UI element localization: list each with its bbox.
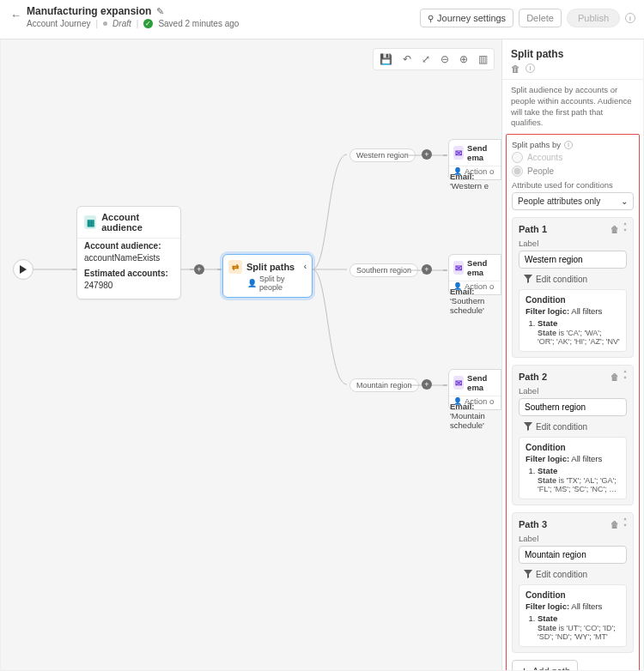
plus-icon: ＋	[519, 664, 529, 670]
fit-icon[interactable]: ⤢	[419, 51, 433, 67]
publish-button: Publish	[567, 9, 620, 27]
chevron-left-icon: ‹	[304, 262, 307, 271]
map-icon[interactable]: ▥	[476, 51, 490, 67]
info-icon[interactable]: i	[526, 63, 535, 73]
path-label-input[interactable]	[519, 251, 627, 269]
delete-path-icon[interactable]: 🗑	[608, 520, 622, 529]
journey-settings-button[interactable]: ⚲ Journey settings	[420, 9, 513, 27]
add-node-plus[interactable]: +	[422, 379, 432, 390]
email-icon: ✉	[453, 376, 464, 390]
split-icon: ⇄	[228, 260, 242, 274]
status-label: Draft	[112, 19, 131, 28]
status-dot	[103, 21, 107, 26]
delete-path-icon[interactable]: 🗑	[608, 372, 622, 382]
funnel-icon	[524, 422, 532, 432]
condition-summary: ConditionFilter logic: All filtersStateS…	[519, 437, 627, 499]
add-node-plus[interactable]: +	[194, 264, 204, 275]
panel-title: Split paths	[511, 48, 635, 60]
path-label-input[interactable]	[519, 546, 627, 564]
split-config-section: Split paths by i Accounts People Attribu…	[506, 134, 640, 670]
saved-check-icon: ✓	[143, 19, 153, 28]
path-card-2: Path 2🗑˄˅LabelEdit conditionConditionFil…	[512, 365, 634, 505]
back-button[interactable]: ←	[9, 5, 27, 21]
move-down-icon[interactable]: ˅	[623, 524, 627, 530]
chevron-down-icon: ⌄	[621, 196, 628, 206]
path-label-input[interactable]	[519, 398, 627, 416]
path-name: Path 1	[519, 224, 547, 234]
delete-node-icon[interactable]: 🗑	[511, 63, 520, 74]
zoom-out-icon[interactable]: ⊖	[438, 51, 452, 67]
path-card-3: Path 3🗑˄˅LabelEdit conditionConditionFil…	[512, 512, 634, 653]
email-icon: ✉	[453, 146, 464, 160]
delete-path-icon[interactable]: 🗑	[608, 225, 622, 234]
info-icon[interactable]: i	[625, 13, 635, 23]
link-icon: ⚲	[428, 14, 434, 23]
move-down-icon[interactable]: ˅	[623, 377, 627, 383]
funnel-icon	[524, 275, 532, 285]
radio-accounts[interactable]: Accounts	[512, 152, 634, 163]
info-icon[interactable]: i	[564, 141, 573, 149]
undo-icon[interactable]: ↶	[400, 51, 414, 67]
breadcrumb: Account Journey	[27, 19, 91, 28]
node-split-paths[interactable]: ⇄Split paths 👤Split by people ‹	[222, 254, 313, 298]
radio-people[interactable]: People	[512, 166, 634, 177]
condition-summary: ConditionFilter logic: All filtersStateS…	[519, 289, 627, 352]
add-node-plus[interactable]: +	[422, 149, 432, 160]
audience-icon: ▦	[84, 215, 96, 229]
save-icon[interactable]: 💾	[377, 51, 395, 67]
zoom-in-icon[interactable]: ⊕	[457, 51, 471, 67]
add-node-plus[interactable]: +	[422, 264, 432, 275]
saved-label: Saved 2 minutes ago	[158, 19, 239, 28]
properties-panel: Split paths 🗑 i Split audience by accoun…	[501, 39, 643, 670]
path-name: Path 3	[519, 519, 547, 529]
canvas-toolbar: 💾 ↶ ⤢ ⊖ ⊕ ▥	[373, 48, 495, 70]
add-path-button[interactable]: ＋ Add path	[512, 660, 578, 670]
panel-description: Split audience by accounts or people wit…	[502, 80, 643, 134]
node-account-audience[interactable]: ▦Account audience Account audience: acco…	[76, 206, 181, 299]
move-down-icon[interactable]: ˅	[623, 229, 627, 235]
condition-summary: ConditionFilter logic: All filtersStateS…	[519, 584, 627, 647]
edit-condition-button[interactable]: Edit condition	[524, 274, 627, 284]
delete-button[interactable]: Delete	[519, 9, 562, 27]
edit-title-icon[interactable]: ✎	[156, 6, 164, 17]
edit-condition-button[interactable]: Edit condition	[524, 569, 627, 579]
start-node[interactable]	[13, 259, 33, 280]
page-title: Manufacturing expansion	[27, 5, 151, 17]
attribute-select[interactable]: People attributes only ⌄	[512, 192, 634, 210]
person-icon: 👤	[247, 279, 257, 287]
journey-canvas: 💾 ↶ ⤢ ⊖ ⊕ ▥ ▦Account audience Account au…	[1, 39, 501, 670]
path-card-1: Path 1🗑˄˅LabelEdit conditionConditionFil…	[512, 217, 634, 358]
funnel-icon	[524, 570, 532, 580]
edit-condition-button[interactable]: Edit condition	[524, 421, 627, 432]
path-pill-mountain: Mountain region	[349, 378, 419, 392]
email-icon: ✉	[453, 261, 464, 275]
path-name: Path 2	[519, 372, 547, 382]
